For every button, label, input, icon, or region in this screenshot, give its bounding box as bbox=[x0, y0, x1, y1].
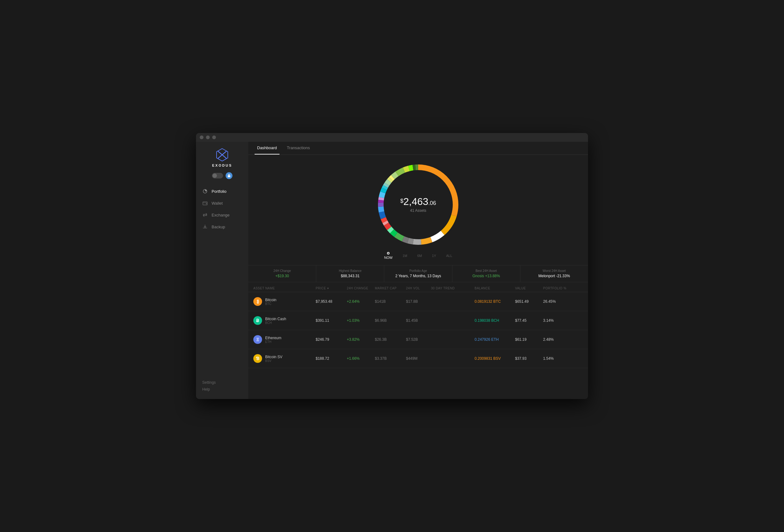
stat-best-value: Gnosis +13.88% bbox=[457, 274, 515, 278]
asset-rows: ₿ Bitcoin BTC $7,953.48 +2.64% $141B $17… bbox=[248, 292, 588, 368]
time-option-1m[interactable]: 1M bbox=[402, 254, 407, 258]
close-button[interactable] bbox=[200, 136, 203, 139]
svg-rect-3 bbox=[228, 175, 230, 177]
stat-worst-24h: Worst 24H Asset Melonport -21.33% bbox=[521, 265, 588, 282]
time-selector: NOW 1M 6M 1Y ALL bbox=[384, 252, 452, 260]
asset-price: $391.11 bbox=[316, 318, 347, 323]
table-row[interactable]: Ƀ Bitcoin Cash BCH $391.11 +1.03% $6.96B… bbox=[248, 311, 588, 330]
asset-portfolio: 1.54% bbox=[543, 356, 571, 361]
sidebar-item-portfolio[interactable]: Portfolio bbox=[196, 185, 248, 197]
title-bar bbox=[196, 133, 588, 142]
stats-bar: 24H Change +$19.30 Highest Balance $88,3… bbox=[248, 265, 588, 282]
asset-ticker: BTC bbox=[265, 302, 276, 305]
tab-transactions[interactable]: Transactions bbox=[284, 142, 312, 154]
asset-value: $77.45 bbox=[515, 318, 543, 323]
asset-portfolio: 2.48% bbox=[543, 337, 571, 342]
stat-highest-balance: Highest Balance $88,343.31 bbox=[316, 265, 384, 282]
portfolio-value: $2,463.06 bbox=[400, 196, 436, 207]
toggle-knob bbox=[213, 174, 217, 178]
sparkline-BSV bbox=[431, 352, 459, 363]
asset-vol: $449M bbox=[406, 356, 431, 361]
sparkline-BTC bbox=[431, 295, 459, 306]
table-row[interactable]: ₿ Bitcoin BTC $7,953.48 +2.64% $141B $17… bbox=[248, 292, 588, 311]
asset-icon-BCH: Ƀ bbox=[253, 316, 262, 325]
settings-link[interactable]: Settings bbox=[202, 379, 242, 386]
asset-names: Bitcoin BTC bbox=[265, 298, 276, 305]
exchange-icon bbox=[202, 212, 208, 218]
sidebar-item-exchange[interactable]: Exchange bbox=[196, 209, 248, 221]
tab-dashboard[interactable]: Dashboard bbox=[255, 142, 280, 154]
asset-change: +3.82% bbox=[347, 337, 375, 342]
asset-full-name: Bitcoin SV bbox=[265, 355, 282, 359]
asset-price: $188.72 bbox=[316, 356, 347, 361]
asset-sparkline-cell bbox=[431, 352, 475, 365]
table-row[interactable]: Ξ Ethereum ETH $246.79 +3.82% $26.3B $7.… bbox=[248, 330, 588, 349]
settings-help-area: Settings Help bbox=[196, 379, 248, 393]
time-option-6m[interactable]: 6M bbox=[417, 254, 422, 258]
lock-badge bbox=[226, 172, 232, 179]
asset-name-cell: Ξ Ethereum ETH bbox=[253, 335, 316, 344]
asset-name-cell: Ɓ Bitcoin SV BSV bbox=[253, 354, 316, 363]
sidebar-item-wallet[interactable]: Wallet bbox=[196, 197, 248, 209]
asset-market-cap: $6.96B bbox=[375, 318, 406, 323]
asset-price: $246.79 bbox=[316, 337, 347, 342]
asset-market-cap: $3.37B bbox=[375, 356, 406, 361]
asset-balance: 0.247926 ETH bbox=[475, 337, 515, 342]
backup-icon bbox=[202, 224, 208, 230]
asset-names: Ethereum ETH bbox=[265, 336, 281, 344]
th-trend: 30 DAY TREND bbox=[431, 287, 475, 290]
donut-chart-wrapper: $2,463.06 41 Assets bbox=[374, 161, 462, 248]
stat-highest-value: $88,343.31 bbox=[321, 274, 379, 278]
asset-vol: $7.52B bbox=[406, 337, 431, 342]
asset-ticker: BSV bbox=[265, 359, 282, 362]
wallet-label: Wallet bbox=[212, 201, 223, 206]
asset-balance: 0.198038 BCH bbox=[475, 318, 515, 323]
maximize-button[interactable] bbox=[212, 136, 216, 139]
th-name: ASSET NAME bbox=[253, 287, 316, 290]
th-market-cap: MARKET CAP bbox=[375, 287, 406, 290]
portfolio-label: Portfolio bbox=[212, 189, 227, 194]
time-option-1y[interactable]: 1Y bbox=[432, 254, 436, 258]
sidebar-item-backup[interactable]: Backup bbox=[196, 221, 248, 233]
asset-sparkline-cell bbox=[431, 333, 475, 346]
asset-name-cell: Ƀ Bitcoin Cash BCH bbox=[253, 316, 316, 325]
th-change: 24H CHANGE bbox=[347, 287, 375, 290]
lock-icon bbox=[227, 174, 231, 178]
svg-rect-6 bbox=[206, 203, 207, 204]
toggle-area bbox=[196, 172, 248, 179]
asset-ticker: BCH bbox=[265, 321, 286, 325]
asset-change: +2.64% bbox=[347, 299, 375, 304]
asset-portfolio: 26.45% bbox=[543, 299, 571, 304]
asset-vol: $17.8B bbox=[406, 299, 431, 304]
table-header: ASSET NAME PRICE ▾ 24H CHANGE MARKET CAP… bbox=[248, 285, 588, 292]
tab-bar: Dashboard Transactions bbox=[248, 142, 588, 155]
sparkline-BCH bbox=[431, 314, 459, 325]
asset-value: $651.49 bbox=[515, 299, 543, 304]
app-window: EXODUS bbox=[196, 133, 588, 399]
stat-24h-change: 24H Change +$19.30 bbox=[248, 265, 316, 282]
main-container: EXODUS bbox=[196, 142, 588, 399]
main-content: $2,463.06 41 Assets NOW 1M bbox=[248, 155, 588, 399]
asset-ticker: ETH bbox=[265, 340, 281, 344]
wallet-icon bbox=[202, 200, 208, 206]
time-option-all[interactable]: ALL bbox=[446, 254, 452, 258]
minimize-button[interactable] bbox=[206, 136, 210, 139]
asset-change: +1.03% bbox=[347, 318, 375, 323]
asset-market-cap: $141B bbox=[375, 299, 406, 304]
asset-table: ASSET NAME PRICE ▾ 24H CHANGE MARKET CAP… bbox=[248, 285, 588, 368]
sort-icon: ▾ bbox=[327, 287, 329, 290]
stat-24h-value: +$19.30 bbox=[253, 274, 311, 278]
toggle-switch[interactable] bbox=[212, 173, 223, 178]
help-link[interactable]: Help bbox=[202, 386, 242, 393]
time-option-now[interactable]: NOW bbox=[384, 252, 393, 260]
sparkline-ETH bbox=[431, 333, 459, 345]
asset-sparkline-cell bbox=[431, 295, 475, 308]
th-price[interactable]: PRICE ▾ bbox=[316, 287, 347, 290]
asset-name-cell: ₿ Bitcoin BTC bbox=[253, 297, 316, 306]
exodus-logo-icon bbox=[215, 148, 229, 161]
asset-names: Bitcoin SV BSV bbox=[265, 355, 282, 362]
stat-age-value: 2 Years, 7 Months, 13 Days bbox=[389, 274, 447, 278]
asset-change: +1.66% bbox=[347, 356, 375, 361]
table-row[interactable]: Ɓ Bitcoin SV BSV $188.72 +1.66% $3.37B $… bbox=[248, 349, 588, 368]
asset-price: $7,953.48 bbox=[316, 299, 347, 304]
